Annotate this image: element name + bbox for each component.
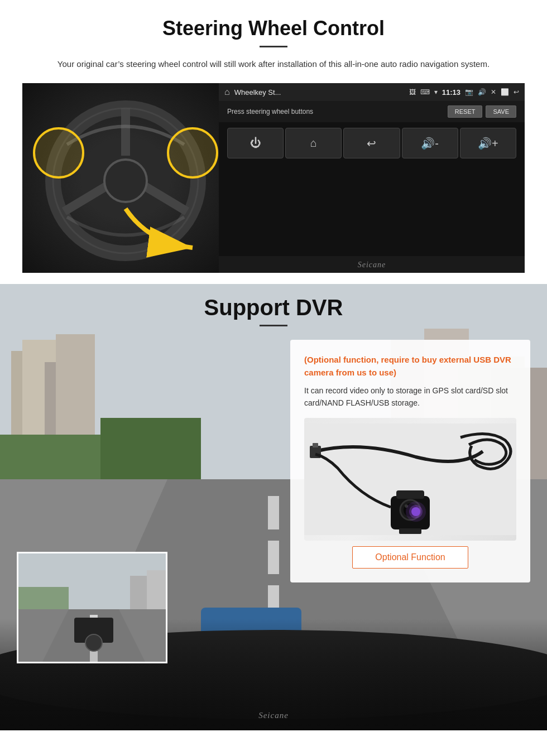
dvr-watermark: Seicane [258, 711, 289, 720]
steering-title: Steering Wheel Control [22, 17, 525, 40]
screen-topbar: ⌂ Wheelkey St... 🖼 ⌨ ▾ 11:13 📷 🔊 ✕ ⬜ ↩ [219, 83, 525, 101]
steering-title-divider [260, 46, 287, 47]
svg-point-6 [34, 128, 83, 177]
svg-point-39 [85, 634, 102, 651]
screen-controls-grid: ⏻ ⌂ ↩ 🔊- 🔊+ [219, 122, 525, 256]
left-highlight-circle [31, 125, 87, 181]
steering-subtitle: Your original car’s steering wheel contr… [56, 57, 491, 71]
steering-composite-image: ⌂ Wheelkey St... 🖼 ⌨ ▾ 11:13 📷 🔊 ✕ ⬜ ↩ P… [22, 83, 525, 273]
ctrl-power[interactable]: ⏻ [227, 128, 284, 158]
dvr-description: It can record video only to storage in G… [304, 384, 516, 410]
image-icon: 🖼 [409, 88, 416, 96]
ctrl-home[interactable]: ⌂ [285, 128, 342, 158]
optional-function-btn-wrap: Optional Function [304, 546, 516, 569]
ctrl-back[interactable]: ↩ [343, 128, 400, 158]
dvr-camera-product-image [304, 418, 516, 541]
svg-rect-18 [268, 496, 279, 529]
svg-line-2 [64, 186, 106, 211]
save-button[interactable]: SAVE [486, 105, 516, 118]
close-icon: ✕ [491, 88, 496, 96]
svg-rect-14 [0, 435, 112, 479]
screen-watermark-text: Seicane [358, 261, 386, 269]
vol-icon: 🔊 [478, 88, 486, 96]
cam-icon: 📷 [465, 88, 473, 96]
svg-point-7 [168, 128, 217, 177]
svg-rect-15 [100, 418, 201, 479]
usb-icon: ⌨ [420, 88, 430, 96]
home-icon: ⌂ [224, 87, 230, 97]
ctrl-vol-up[interactable]: 🔊+ [460, 128, 516, 158]
screen-header-row: Press steering wheel buttons RESET SAVE [219, 101, 525, 122]
svg-rect-41 [147, 570, 167, 609]
dvr-title-area: Support DVR [0, 295, 547, 326]
screen-time: 11:13 [442, 88, 460, 97]
right-highlight-circle [165, 125, 220, 181]
screen-app-name: Wheelkey St... [234, 88, 405, 97]
yellow-arrow [114, 198, 204, 264]
svg-point-4 [104, 160, 147, 202]
svg-rect-54 [399, 528, 421, 534]
reset-button[interactable]: RESET [448, 105, 483, 118]
dvr-section: Support DVR (Optional function, req [0, 284, 547, 730]
svg-rect-42 [18, 587, 69, 609]
screen-icon: ⬜ [501, 88, 509, 96]
dvr-optional-text: (Optional function, require to buy exter… [304, 354, 516, 379]
dvr-title-divider [260, 325, 287, 326]
camera-product-svg [304, 418, 516, 541]
svg-rect-19 [268, 541, 279, 574]
wifi-icon: ▾ [434, 88, 438, 96]
svg-rect-37 [90, 651, 98, 663]
dvr-inset-image [17, 552, 167, 663]
svg-rect-47 [396, 490, 424, 499]
dvr-info-card: (Optional function, require to buy exter… [290, 340, 530, 582]
dvr-watermark-text: Seicane [258, 711, 289, 720]
screen-action-buttons[interactable]: RESET SAVE [448, 105, 516, 118]
screen-watermark: Seicane [219, 256, 525, 273]
screen-panel: ⌂ Wheelkey St... 🖼 ⌨ ▾ 11:13 📷 🔊 ✕ ⬜ ↩ P… [219, 83, 525, 273]
dvr-inset-svg [18, 553, 167, 663]
svg-point-53 [406, 502, 426, 522]
back-icon: ↩ [514, 88, 519, 96]
steering-section: Steering Wheel Control Your original car… [0, 0, 547, 284]
ctrl-vol-down[interactable]: 🔊- [402, 128, 458, 158]
steering-wheel-photo [22, 83, 229, 273]
dvr-title: Support DVR [0, 295, 547, 320]
svg-rect-45 [313, 443, 318, 447]
screen-instruction: Press steering wheel buttons [227, 108, 313, 115]
optional-function-button[interactable]: Optional Function [352, 546, 468, 569]
